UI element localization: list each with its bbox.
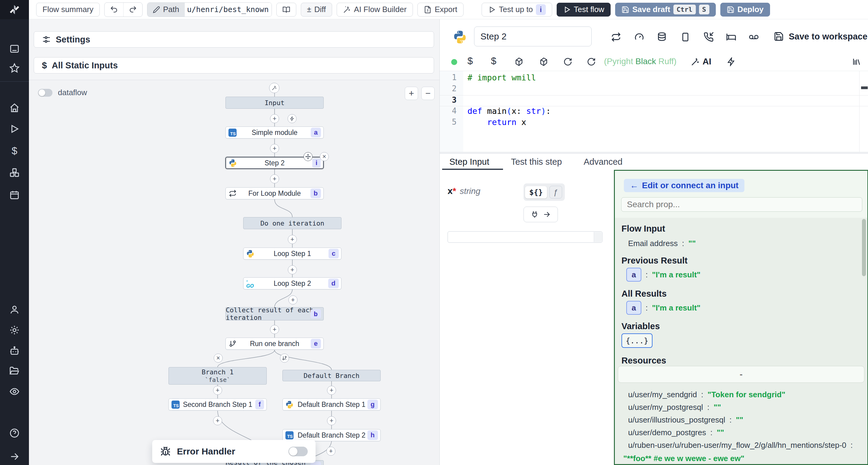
favorites-star-icon[interactable] — [9, 63, 20, 73]
prop-row-email[interactable]: Email address:"" — [628, 239, 696, 248]
wand-icon[interactable] — [691, 57, 700, 66]
windmill-logo[interactable] — [0, 0, 29, 19]
step-title-input[interactable] — [474, 27, 592, 46]
input-grip[interactable] — [594, 232, 602, 242]
node-branch-1[interactable]: Branch 1 `false` — [168, 367, 267, 385]
add-step-button[interactable]: + — [327, 416, 336, 425]
add-step-button[interactable]: + — [327, 386, 336, 395]
node-for-loop[interactable]: For Loop Module b — [225, 187, 324, 199]
code-editor[interactable]: 1 # import wmill 2 3 4 def main(x: str):… — [440, 71, 868, 152]
zoom-in-button[interactable]: + — [405, 87, 418, 100]
phone-incoming-icon[interactable] — [704, 32, 714, 42]
tab-advanced[interactable]: Advanced — [584, 157, 622, 167]
argument-value-input[interactable] — [447, 231, 602, 243]
database-icon[interactable] — [657, 32, 667, 42]
voicemail-icon[interactable] — [749, 32, 759, 42]
resource-row[interactable]: u/user/my_sendgrid:"Token for sendgrid" — [628, 390, 785, 399]
diff-button[interactable]: ±Diff — [301, 3, 333, 16]
zap-icon[interactable] — [727, 57, 736, 66]
workspace-switcher-icon[interactable] — [9, 44, 20, 54]
error-handler-toggle[interactable] — [288, 446, 308, 456]
move-step-button[interactable] — [304, 152, 313, 161]
rotate-cw-icon[interactable] — [563, 57, 572, 66]
workers-bot-icon[interactable] — [9, 346, 20, 356]
add-step-button[interactable]: + — [327, 446, 336, 456]
prop-search-input[interactable] — [621, 197, 862, 212]
resource-row[interactable]: u/user/illustrious_postgresql:"" — [628, 415, 743, 425]
resource-row[interactable]: u/user/my_postgresql:"" — [628, 403, 721, 412]
save-to-workspace-button[interactable]: Save to workspace — [774, 31, 867, 41]
node-default-branch[interactable]: Default Branch — [282, 370, 381, 381]
resources-boxes-icon[interactable] — [9, 167, 20, 178]
delete-step-button[interactable]: × — [320, 152, 329, 161]
add-branch-button[interactable] — [280, 354, 289, 363]
settings-card[interactable]: Settings — [34, 31, 434, 47]
node-simple-module[interactable]: TS Simple module a — [225, 127, 324, 138]
prop-row-all-results[interactable]: a : "I'm a result" — [626, 301, 701, 315]
add-step-button[interactable]: + — [270, 144, 279, 153]
runs-play-icon[interactable] — [9, 124, 20, 134]
resource-row-value[interactable]: "**foo** #e we w wewe - ewe ew" — [623, 454, 744, 463]
node-collect-result[interactable]: Collect result of each iteration b — [225, 307, 324, 321]
node-default-branch-step-2[interactable]: TS Default Branch Step 2 h — [282, 429, 381, 441]
add-step-button[interactable]: + — [213, 386, 222, 395]
resource-row[interactable]: u/ruben-user/u/ruben-user/my_flow_2/g/al… — [628, 441, 852, 450]
ai-flow-builder-button[interactable]: AI Flow Builder — [337, 3, 413, 16]
variables-dollar-icon[interactable]: $ — [9, 145, 20, 156]
node-second-branch-step-1[interactable]: TS Second Branch Step 1 f — [168, 398, 267, 410]
package-icon[interactable] — [539, 57, 548, 66]
collapse-arrow-icon[interactable] — [9, 452, 20, 462]
zoom-out-button[interactable]: − — [421, 87, 435, 100]
package-icon[interactable] — [515, 57, 524, 66]
add-step-button[interactable]: + — [288, 295, 298, 304]
dollar-icon[interactable]: $ — [467, 56, 473, 67]
flow-summary-button[interactable]: Flow summary — [36, 3, 100, 16]
tab-step-input[interactable]: Step Input — [450, 157, 489, 167]
prop-row-previous-result[interactable]: a : "I'm a result" — [626, 268, 701, 281]
ai-builder-wand-button[interactable] — [269, 83, 279, 93]
add-step-button[interactable]: + — [288, 235, 297, 244]
add-step-button[interactable]: + — [288, 265, 297, 274]
home-icon[interactable] — [9, 103, 20, 113]
node-input[interactable]: Input — [225, 97, 324, 109]
add-step-button[interactable]: + — [270, 174, 279, 184]
trigger-bolt-button[interactable] — [287, 114, 297, 123]
bed-icon[interactable] — [726, 32, 736, 42]
audit-eye-icon[interactable] — [9, 387, 20, 397]
all-static-inputs-card[interactable]: $ All Static Inputs — [34, 57, 434, 73]
export-button[interactable]: Export — [417, 3, 464, 16]
save-draft-button[interactable]: Save draft Ctrl S — [615, 3, 716, 16]
dollar-icon[interactable]: $ — [491, 56, 496, 67]
library-icon[interactable] — [852, 57, 861, 66]
result-chip[interactable]: a — [626, 268, 641, 281]
function-toggle[interactable]: ƒ — [550, 186, 562, 198]
node-default-branch-step-1[interactable]: Default Branch Step 1 g — [282, 398, 381, 410]
expression-toggle[interactable]: ${} — [525, 186, 547, 198]
user-icon[interactable] — [9, 304, 20, 315]
path-label[interactable]: Path — [147, 3, 185, 16]
node-do-one-iteration[interactable]: Do one iteration — [243, 217, 341, 229]
book-open-button[interactable] — [276, 3, 296, 16]
resource-type-select[interactable]: - — [618, 366, 864, 383]
connect-panel-scrollbar[interactable] — [862, 219, 866, 276]
add-step-button[interactable]: + — [270, 114, 279, 123]
settings-gear-icon[interactable] — [9, 325, 20, 335]
add-step-button[interactable]: + — [213, 416, 222, 425]
result-chip[interactable]: a — [626, 301, 641, 315]
help-icon[interactable] — [9, 428, 20, 438]
resource-row[interactable]: u/user/demo_postgres:"" — [628, 428, 724, 437]
schedules-calendar-icon[interactable] — [9, 190, 20, 200]
variables-chip[interactable]: {...} — [621, 333, 652, 348]
tab-test-this-step[interactable]: Test this step — [511, 157, 562, 167]
rectangle-icon[interactable] — [680, 32, 690, 42]
rotate-cw-icon[interactable] — [587, 57, 596, 66]
path-input[interactable] — [185, 3, 272, 16]
undo-button[interactable] — [104, 3, 123, 16]
node-run-one-branch[interactable]: Run one branch e — [225, 338, 324, 350]
deploy-button[interactable]: Deploy — [720, 3, 770, 16]
node-loop-step-2[interactable]: -GO Loop Step 2 d — [243, 277, 341, 290]
code-assistants-label[interactable]: (Pyright Black Ruff) — [604, 57, 677, 66]
gauge-icon[interactable] — [634, 32, 644, 42]
swap-arrows-icon[interactable] — [611, 32, 621, 42]
dataflow-toggle[interactable] — [38, 89, 53, 97]
